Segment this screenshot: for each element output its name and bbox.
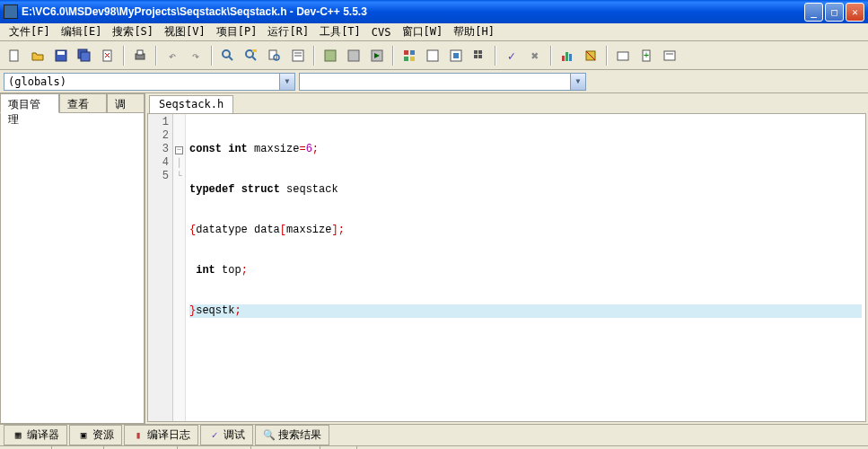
print-button[interactable] [129, 45, 151, 66]
goto-icon [291, 48, 305, 63]
scope-bar: (globals) ▼ ▼ [0, 70, 868, 93]
close-button[interactable]: ✕ [846, 3, 864, 22]
toolbar-separator [123, 46, 125, 66]
compile-icon [323, 48, 338, 63]
replace-button[interactable] [241, 45, 262, 66]
svg-text:+: + [644, 50, 649, 60]
editor-tabs: Seqstack.h [145, 93, 868, 113]
find-icon [221, 48, 235, 63]
redo-button[interactable]: ↷ [185, 45, 206, 66]
run-icon [346, 48, 361, 63]
find-button[interactable] [217, 45, 239, 66]
search-icon: 🔍 [263, 430, 276, 441]
toolbar-separator [313, 46, 315, 66]
sidebar-body [0, 112, 145, 424]
editor-tab-seqstack[interactable]: Seqstack.h [149, 95, 233, 113]
clean-button[interactable] [580, 45, 601, 66]
svg-rect-36 [566, 52, 568, 61]
scope-combo[interactable]: (globals) ▼ [4, 73, 295, 91]
goto-button[interactable] [287, 45, 309, 66]
status-bar: 行: 5 列: 9 已选择: 0 总行数: 5 长度: 94 插入 语法分析完成 [0, 445, 868, 449]
tab-search-result[interactable]: 🔍搜索结果 [255, 425, 329, 445]
print-icon [133, 48, 147, 63]
compile-run-button[interactable] [366, 45, 388, 66]
member-combo[interactable]: ▼ [299, 73, 586, 91]
code-content[interactable]: const int maxsize=6; typedef struct seqs… [186, 114, 865, 421]
tab-resource[interactable]: ▣资源 [69, 425, 122, 445]
tab-debug[interactable]: 调试 [107, 93, 145, 113]
svg-rect-14 [252, 49, 257, 52]
line-number: 5 [148, 170, 169, 183]
menu-file[interactable]: 文件[F] [4, 22, 56, 41]
new-project-button[interactable] [612, 45, 634, 66]
resource-icon: ▣ [77, 430, 90, 441]
compile-button[interactable] [320, 45, 341, 66]
options-button[interactable] [422, 45, 443, 66]
rebuild-icon [402, 48, 416, 63]
remove-button[interactable] [659, 45, 680, 66]
line-number: 2 [148, 129, 169, 143]
menu-window[interactable]: 窗口[W] [397, 22, 449, 41]
svg-rect-21 [348, 50, 359, 61]
fold-toggle-icon[interactable]: − [175, 146, 183, 154]
menu-help[interactable]: 帮助[H] [448, 22, 500, 41]
svg-rect-37 [569, 54, 572, 61]
find-files-button[interactable] [264, 45, 285, 66]
rebuild-button[interactable] [399, 45, 420, 66]
menu-search[interactable]: 搜索[S] [107, 22, 159, 41]
svg-rect-4 [81, 52, 90, 61]
sidebar: 项目管理 查看类 调试 [0, 93, 145, 424]
remove-icon [662, 48, 677, 63]
tab-classes[interactable]: 查看类 [59, 93, 108, 113]
svg-rect-27 [410, 57, 415, 61]
title-text: E:\VC6.0\MSDev98\MyProjects\Seqstack\Seq… [22, 5, 804, 18]
svg-rect-24 [404, 50, 408, 55]
svg-rect-40 [618, 52, 628, 60]
new-file-button[interactable] [4, 45, 25, 66]
fold-column: − │ └ [173, 114, 186, 421]
editor-body[interactable]: 1 2 3 4 5 − │ └ const int maxsize=6; typ… [147, 113, 866, 422]
scope-combo-value: (globals) [8, 75, 66, 88]
save-all-icon [77, 48, 92, 63]
svg-rect-9 [137, 50, 143, 55]
add-button[interactable]: + [636, 45, 657, 66]
menu-project[interactable]: 项目[P] [211, 22, 263, 41]
profile-icon [472, 48, 487, 63]
chevron-down-icon[interactable]: ▼ [570, 74, 585, 90]
save-button[interactable] [50, 45, 72, 66]
svg-rect-34 [478, 55, 482, 58]
menu-view[interactable]: 视图[V] [159, 22, 211, 41]
menu-bar: 文件[F] 编辑[E] 搜索[S] 视图[V] 项目[P] 运行[R] 工具[T… [0, 23, 868, 41]
add-icon: + [639, 48, 653, 63]
tab-compiler[interactable]: ▦编译器 [4, 425, 67, 445]
svg-rect-28 [427, 50, 438, 61]
stats-button[interactable] [557, 45, 578, 66]
tab-project-manage[interactable]: 项目管理 [0, 93, 59, 113]
stop-debug-button[interactable]: ✖ [524, 45, 546, 66]
run-button[interactable] [343, 45, 364, 66]
menu-cvs[interactable]: CVS [366, 24, 397, 40]
tab-debug-output[interactable]: ✓调试 [200, 425, 253, 445]
redo-icon: ↷ [192, 48, 199, 63]
undo-button[interactable]: ↶ [162, 45, 183, 66]
minimize-button[interactable]: _ [804, 3, 823, 22]
debug-run-button[interactable] [445, 45, 467, 66]
maximize-button[interactable]: □ [825, 3, 844, 22]
close-file-button[interactable] [97, 45, 118, 66]
line-gutter: 1 2 3 4 5 [148, 114, 173, 421]
tab-compile-log[interactable]: ▮编译日志 [124, 425, 198, 445]
svg-rect-32 [474, 55, 478, 58]
menu-edit[interactable]: 编辑[E] [56, 22, 108, 41]
menu-run[interactable]: 运行[R] [262, 22, 314, 41]
save-all-button[interactable] [74, 45, 95, 66]
profile-button[interactable] [469, 45, 490, 66]
toolbar-separator [392, 46, 394, 66]
svg-point-12 [246, 50, 253, 57]
menu-tools[interactable]: 工具[T] [314, 22, 366, 41]
grid-icon: ▦ [12, 430, 24, 441]
open-button[interactable] [27, 45, 48, 66]
chevron-down-icon[interactable]: ▼ [279, 74, 294, 90]
toolbar-separator [606, 46, 608, 66]
debug-button[interactable]: ✓ [501, 45, 522, 66]
debug-run-icon [449, 48, 463, 63]
